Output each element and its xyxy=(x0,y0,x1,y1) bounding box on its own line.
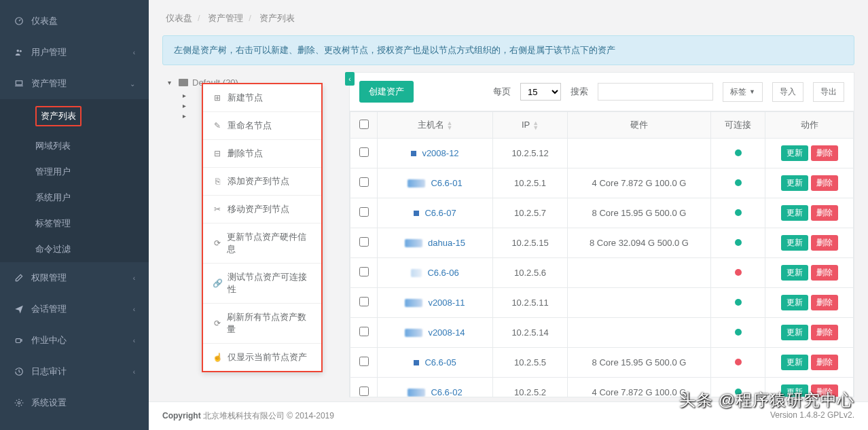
tags-button[interactable]: 标签▼ xyxy=(723,82,763,102)
caret-down-icon[interactable]: ▾ xyxy=(168,79,175,86)
row-checkbox[interactable] xyxy=(359,357,369,366)
row-checkbox[interactable] xyxy=(359,237,369,247)
per-page-select[interactable]: 15 xyxy=(520,83,561,101)
crumb-0[interactable]: 仪表盘 xyxy=(166,13,192,23)
ctx-item-label: 刷新所有节点资产数量 xyxy=(227,311,312,336)
delete-button[interactable]: 删除 xyxy=(811,295,838,310)
sidebar-item-send[interactable]: 会话管理‹ xyxy=(0,293,149,325)
update-button[interactable]: 更新 xyxy=(781,145,808,161)
host-link[interactable]: C6.6-05 xyxy=(424,357,456,368)
update-button[interactable]: 更新 xyxy=(781,295,808,310)
delete-button[interactable]: 删除 xyxy=(811,235,838,251)
ctx-item[interactable]: ✂移动资产到节点 xyxy=(203,196,321,223)
sidebar-item-label: 作业中心 xyxy=(31,334,67,346)
asset-panel: 创建资产 每页 15 搜索 标签▼ 导入 导出 xyxy=(349,72,854,397)
sidebar-subitem[interactable]: 管理用户 xyxy=(0,159,149,185)
update-button[interactable]: 更新 xyxy=(781,235,808,251)
delete-button[interactable]: 删除 xyxy=(811,384,838,397)
sidebar-subitem[interactable]: 系统用户 xyxy=(0,185,149,211)
sidebar-subitem[interactable]: 标签管理 xyxy=(0,211,149,236)
caret-right-icon[interactable]: ▾ xyxy=(180,111,187,118)
update-button[interactable]: 更新 xyxy=(781,355,808,370)
host-link[interactable]: C6.6-07 xyxy=(424,208,456,218)
delete-button[interactable]: 删除 xyxy=(811,265,838,281)
status-dot xyxy=(735,359,742,365)
host-link[interactable]: v2008-14 xyxy=(428,327,465,338)
row-checkbox[interactable] xyxy=(359,327,369,336)
ctx-item[interactable]: ⊞新建节点 xyxy=(203,84,321,112)
create-asset-button[interactable]: 创建资产 xyxy=(359,81,414,103)
sidebar-subitem[interactable]: 命令过滤 xyxy=(0,236,149,262)
caret-right-icon[interactable]: ▾ xyxy=(180,91,187,98)
ctx-item[interactable]: ✎重命名节点 xyxy=(203,112,321,140)
coffee-icon xyxy=(14,336,24,345)
delete-button[interactable]: 删除 xyxy=(811,175,838,191)
sidebar-item-cogs[interactable]: 系统设置 xyxy=(0,387,149,418)
search-input[interactable] xyxy=(598,83,713,101)
delete-button[interactable]: 删除 xyxy=(811,205,838,221)
cell-ip: 10.2.5.5 xyxy=(493,348,568,378)
ctx-item-label: 添加资产到节点 xyxy=(228,175,289,187)
sidebar-item-label: 用户管理 xyxy=(31,46,67,58)
delete-button[interactable]: 删除 xyxy=(811,325,838,340)
table-row: C6.6-0710.2.5.78 Core 15.95 G 500.0 G更新删… xyxy=(350,198,854,228)
crumb-1[interactable]: 资产管理 xyxy=(208,13,243,23)
sidebar-subitem[interactable]: 网域列表 xyxy=(0,133,149,159)
row-checkbox[interactable] xyxy=(359,207,369,217)
row-checkbox[interactable] xyxy=(359,387,369,396)
ctx-item[interactable]: ⊟删除节点 xyxy=(203,140,321,168)
ctx-item[interactable]: ☝仅显示当前节点资产 xyxy=(203,344,321,371)
sort-icon[interactable]: ▲▼ xyxy=(447,121,453,130)
update-button[interactable]: 更新 xyxy=(781,175,808,191)
sidebar-subitem[interactable]: 资产列表 xyxy=(0,99,149,133)
update-button[interactable]: 更新 xyxy=(781,384,808,397)
th-ip[interactable]: IP xyxy=(522,120,530,130)
row-checkbox[interactable] xyxy=(359,177,369,187)
delete-button[interactable]: 删除 xyxy=(811,145,838,161)
sidebar-item-history[interactable]: 日志审计‹ xyxy=(0,356,149,387)
host-link[interactable]: C6.6-01 xyxy=(431,178,462,188)
ctx-item[interactable]: ⟳更新节点资产硬件信息 xyxy=(203,223,321,264)
sort-icon[interactable]: ▲▼ xyxy=(532,121,539,130)
cell-hw: 8 Core 15.95 G 500.0 G xyxy=(568,198,711,228)
row-checkbox[interactable] xyxy=(359,267,369,276)
refresh-icon: ⟳ xyxy=(213,319,221,328)
caret-right-icon[interactable]: ▾ xyxy=(180,101,187,108)
update-button[interactable]: 更新 xyxy=(781,265,808,281)
search-label: 搜索 xyxy=(571,86,588,98)
ctx-item-label: 新建节点 xyxy=(228,92,263,104)
th-host[interactable]: 主机名 xyxy=(418,120,444,130)
ctx-item[interactable]: ⟳刷新所有节点资产数量 xyxy=(203,304,321,344)
status-dot xyxy=(735,179,742,186)
minus-sq-icon: ⊟ xyxy=(213,149,222,158)
ctx-item[interactable]: ⎘添加资产到节点 xyxy=(203,168,321,196)
host-link[interactable]: v2008-12 xyxy=(422,148,458,158)
sidebar-item-label: 仪表盘 xyxy=(31,15,58,27)
sidebar-item-dashboard[interactable]: 仪表盘 xyxy=(0,5,149,37)
host-link[interactable]: C6.6-02 xyxy=(431,387,462,397)
sidebar-item-users[interactable]: 用户管理‹ xyxy=(0,37,149,68)
host-link[interactable]: C6.6-06 xyxy=(427,268,458,278)
delete-button[interactable]: 删除 xyxy=(811,355,838,370)
update-button[interactable]: 更新 xyxy=(781,205,808,221)
row-checkbox[interactable] xyxy=(359,147,369,157)
sidebar-item-edit[interactable]: 权限管理‹ xyxy=(0,262,149,293)
tree-pane: ‹ ▾ Default (20) ▾ ▾ ▾ xyxy=(162,72,349,397)
update-button[interactable]: 更新 xyxy=(781,325,808,340)
host-link[interactable]: dahua-15 xyxy=(428,238,465,248)
import-button[interactable]: 导入 xyxy=(772,82,803,102)
host-link[interactable]: v2008-11 xyxy=(428,298,465,308)
table-row: C6.6-0610.2.5.6更新删除 xyxy=(350,258,854,288)
users-icon xyxy=(14,48,24,57)
tree-collapse-handle[interactable]: ‹ xyxy=(345,72,355,86)
select-all-checkbox[interactable] xyxy=(359,120,369,129)
status-dot xyxy=(735,149,742,156)
table-row: C6.6-0210.2.5.24 Core 7.872 G 100.0 G更新删… xyxy=(350,378,854,397)
sidebar-item-laptop[interactable]: 资产管理⌄ xyxy=(0,68,149,99)
row-checkbox[interactable] xyxy=(359,297,369,306)
svg-point-5 xyxy=(18,401,20,404)
export-button[interactable]: 导出 xyxy=(813,82,844,102)
sidebar-item-coffee[interactable]: 作业中心‹ xyxy=(0,325,149,356)
svg-rect-3 xyxy=(16,81,22,85)
ctx-item[interactable]: 🔗测试节点资产可连接性 xyxy=(203,264,321,304)
